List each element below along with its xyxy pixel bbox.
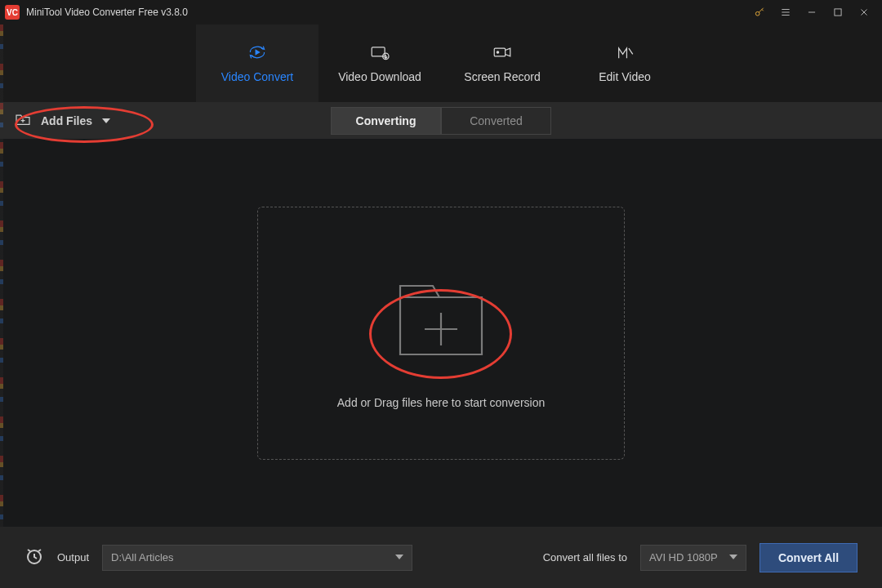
refresh-play-icon	[245, 43, 270, 64]
close-icon[interactable]	[858, 6, 871, 19]
tab-label: Video Convert	[221, 70, 293, 83]
tab-video-download[interactable]: Video Download	[318, 24, 441, 102]
chevron-down-icon	[102, 114, 110, 127]
app-window: VC MiniTool Video Converter Free v3.8.0	[0, 0, 882, 588]
alarm-clock-icon[interactable]	[24, 546, 44, 568]
output-path-select[interactable]: D:\All Articles	[102, 545, 412, 571]
toggle-converted[interactable]: Converted	[441, 107, 551, 135]
titlebar[interactable]: VC MiniTool Video Converter Free v3.8.0	[0, 0, 882, 24]
add-folder-icon	[15, 113, 31, 128]
convert-all-files-to-label: Convert all files to	[543, 551, 627, 564]
chevron-down-icon	[729, 551, 737, 564]
main-tabs: Video Convert Video Download Screen Reco…	[0, 24, 882, 102]
add-files-button[interactable]: Add Files	[15, 113, 110, 128]
output-path-value: D:\All Articles	[111, 551, 174, 564]
dropzone-text: Add or Drag files here to start conversi…	[337, 396, 545, 409]
tab-label: Screen Record	[464, 70, 540, 83]
toggle-converting[interactable]: Converting	[331, 107, 441, 135]
convert-preset-select[interactable]: AVI HD 1080P	[640, 545, 746, 571]
chevron-down-icon	[395, 551, 403, 564]
bottom-bar: Output D:\All Articles Convert all files…	[0, 527, 882, 588]
download-film-icon	[368, 43, 392, 64]
folder-plus-icon	[384, 257, 498, 375]
tab-edit-video[interactable]: Edit Video	[564, 24, 686, 102]
camera-rec-icon	[490, 43, 514, 64]
app-logo: VC	[5, 5, 20, 20]
tab-screen-record[interactable]: Screen Record	[441, 24, 564, 102]
minimize-icon[interactable]	[805, 6, 818, 19]
conversion-toggle: Converting Converted	[331, 107, 551, 135]
convert-all-button[interactable]: Convert All	[760, 543, 858, 572]
main-area: Add or Drag files here to start conversi…	[0, 139, 882, 527]
tab-label: Edit Video	[599, 70, 651, 83]
dropzone[interactable]: Add or Drag files here to start conversi…	[257, 207, 625, 460]
menu-icon[interactable]	[779, 6, 792, 19]
svg-point-0	[755, 11, 760, 16]
key-icon[interactable]	[753, 6, 766, 19]
output-label: Output	[57, 551, 89, 564]
window-controls	[753, 6, 877, 19]
scissors-m-icon	[612, 43, 637, 64]
toolbar: Add Files Converting Converted	[0, 102, 882, 139]
maximize-icon[interactable]	[831, 6, 844, 19]
add-files-label: Add Files	[41, 114, 92, 127]
svg-rect-4	[494, 48, 505, 56]
svg-rect-1	[835, 9, 841, 16]
convert-preset-value: AVI HD 1080P	[649, 551, 718, 564]
svg-point-5	[497, 51, 498, 53]
tab-label: Video Download	[338, 70, 421, 83]
app-title: MiniTool Video Converter Free v3.8.0	[26, 7, 188, 18]
tab-video-convert[interactable]: Video Convert	[196, 24, 318, 102]
